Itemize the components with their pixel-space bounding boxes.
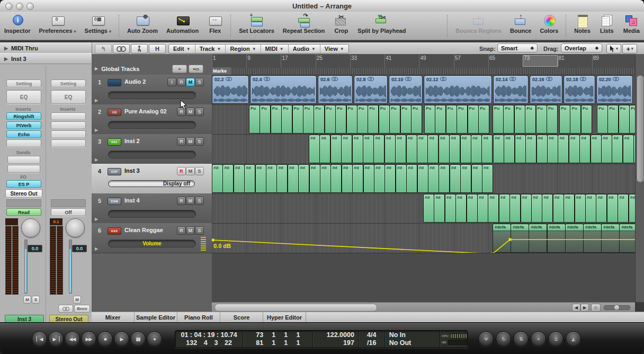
track-mute-button[interactable]: M	[186, 78, 195, 86]
media-button[interactable]: ♫Media	[623, 14, 640, 34]
midi-region[interactable]: #d	[471, 135, 482, 163]
cycle-button[interactable]: ↻	[496, 331, 511, 347]
midi-region[interactable]: Pu	[536, 105, 547, 134]
channel-setting-button[interactable]: Setting	[6, 79, 41, 87]
midi-region[interactable]: #d	[276, 164, 288, 193]
midi-region[interactable]: Pu	[559, 105, 570, 134]
solo-button[interactable]: S	[548, 331, 564, 347]
track-display-bar[interactable]	[108, 121, 196, 129]
midi-region[interactable]: #d	[488, 194, 499, 223]
horizontal-scrollbar-thumb[interactable]	[214, 304, 377, 312]
colors-button[interactable]: Colors	[540, 14, 558, 34]
add-track-button[interactable]: +	[172, 65, 187, 73]
auto-zoom-button[interactable]: ⊕Auto Zoom	[127, 14, 158, 34]
midi-region[interactable]: Pu	[389, 105, 400, 134]
midi-region[interactable]: Pu	[457, 105, 468, 134]
midi-region[interactable]: #d	[222, 164, 234, 193]
track-record-button[interactable]: R	[177, 78, 186, 86]
midi-region[interactable]: Pu	[493, 105, 504, 134]
midi-region[interactable]: Pu	[547, 105, 558, 134]
audio-region-02.18[interactable]: 02.18	[564, 75, 595, 104]
track-record-button[interactable]: R	[177, 226, 186, 235]
midi-region[interactable]: #d	[212, 164, 223, 193]
track-display-bar[interactable]: Volume	[108, 240, 196, 247]
insert-slot-empty[interactable]	[51, 121, 86, 129]
midi-region[interactable]: #d	[319, 135, 330, 163]
audio-region-02.16[interactable]: 02.16	[530, 75, 562, 104]
disclosure-triangle-icon[interactable]: ▶	[95, 157, 98, 162]
midi-region[interactable]: #d	[623, 135, 634, 163]
midi-region[interactable]: #d	[309, 164, 320, 193]
set-locators-button[interactable]: +Set Locators	[239, 14, 274, 34]
midi-region[interactable]: #d	[406, 164, 417, 193]
midi-region[interactable]: #d	[564, 194, 575, 223]
audio-region-02.12[interactable]: 02.12	[424, 75, 492, 104]
audio-region-02.6[interactable]: 02.6	[318, 75, 353, 104]
tuner-button[interactable]: Ψ	[478, 331, 494, 347]
track-header-inst-4[interactable]: 5ESMInst 4RMS▶	[92, 193, 212, 224]
midi-region[interactable]: #defa	[511, 224, 529, 253]
automation-mode-button[interactable]: Read	[6, 208, 41, 216]
midi-region[interactable]: #d	[504, 135, 515, 163]
midi-region[interactable]: #defa	[493, 224, 511, 253]
flex-button[interactable]: ⇔Flex	[207, 14, 223, 34]
midi-region[interactable]: Pu	[424, 105, 435, 134]
midi-region[interactable]: Pu	[335, 105, 346, 134]
midi-region[interactable]: #d	[266, 164, 277, 193]
midi-region[interactable]: #d	[363, 164, 374, 193]
midi-region[interactable]: Pu	[346, 105, 357, 134]
forward-button[interactable]: ▶▶	[81, 331, 96, 347]
audio-region-02.2[interactable]: 02.2	[212, 75, 249, 104]
mute-button[interactable]: M	[23, 296, 31, 304]
midi-region[interactable]: #d	[342, 164, 353, 193]
crop-button[interactable]: ✂Crop	[333, 14, 349, 34]
bar-ruler[interactable]: 1917253341495765738189Marke	[212, 54, 635, 75]
midi-region[interactable]: #d	[477, 194, 488, 223]
midi-region[interactable]: #d	[427, 135, 439, 163]
track-header-inst-2[interactable]: 3ES1Inst 2RMS▶	[92, 134, 212, 164]
midi-region[interactable]: Pu	[260, 105, 271, 134]
insert-slot-empty[interactable]	[6, 139, 41, 147]
midi-region[interactable]: #d	[406, 135, 417, 163]
track-mute-button[interactable]: M	[186, 167, 195, 175]
disclosure-triangle-icon[interactable]: ▶	[95, 128, 98, 132]
audio-region-02.8[interactable]: 02.8	[354, 75, 388, 104]
midi-region[interactable]: #d	[396, 164, 407, 193]
track-header-audio-2[interactable]: 1Audio 2IRMS▶	[92, 75, 212, 105]
insert-slot-echo[interactable]: Echo	[6, 130, 41, 138]
midi-region[interactable]: #d	[596, 194, 607, 223]
midi-region[interactable]: #d	[255, 164, 266, 193]
midi-region[interactable]: #d	[288, 164, 299, 193]
midi-region[interactable]: #d	[309, 135, 320, 163]
midi-region[interactable]: #d	[521, 194, 532, 223]
duplicate-track-button[interactable]: +▭	[189, 65, 203, 73]
pencil-tool-button[interactable]: +▾	[622, 44, 637, 54]
stop-button[interactable]: ■	[97, 331, 113, 347]
track-header-inst-3[interactable]: 4ESPInst 3RMSDisplay off▶	[92, 164, 212, 194]
audio-region-02.10[interactable]: 02.10	[389, 75, 423, 104]
channel-eq-box[interactable]: EQ	[6, 90, 41, 104]
midi-region[interactable]: #d	[547, 135, 558, 163]
back-button[interactable]: ↰	[95, 44, 112, 54]
midi-region[interactable]: #d	[575, 194, 586, 223]
midi-region[interactable]: #defa	[529, 224, 547, 253]
disclosure-triangle-icon[interactable]: ▶	[95, 217, 98, 222]
audio-region-02.20[interactable]: 02.20	[596, 75, 633, 104]
midi-region[interactable]: #defa	[547, 224, 566, 253]
insert-slot-ptverb[interactable]: PtVerb	[6, 121, 41, 129]
link-button[interactable]	[113, 44, 130, 54]
catch-playhead-button[interactable]	[131, 44, 148, 54]
play-button[interactable]: ▶	[114, 331, 129, 347]
disclosure-triangle-icon[interactable]: ▶	[95, 98, 98, 103]
midi-region[interactable]: Pu	[357, 105, 368, 134]
track-record-button[interactable]: R	[177, 167, 186, 175]
titlebar[interactable]: Untitled – Arrange	[0, 0, 644, 12]
midi-region[interactable]: #defa	[601, 224, 620, 253]
pause-button[interactable]: ▮▮	[130, 331, 146, 347]
midi-region[interactable]: #d	[455, 194, 467, 223]
midi-region[interactable]: #d	[460, 135, 471, 163]
midi-region[interactable]: Pu	[249, 105, 260, 134]
tab-piano-roll[interactable]: Piano Roll	[177, 312, 220, 323]
snap-popup[interactable]: Smart◆	[497, 43, 538, 52]
lists-button[interactable]: Lists	[599, 14, 615, 34]
